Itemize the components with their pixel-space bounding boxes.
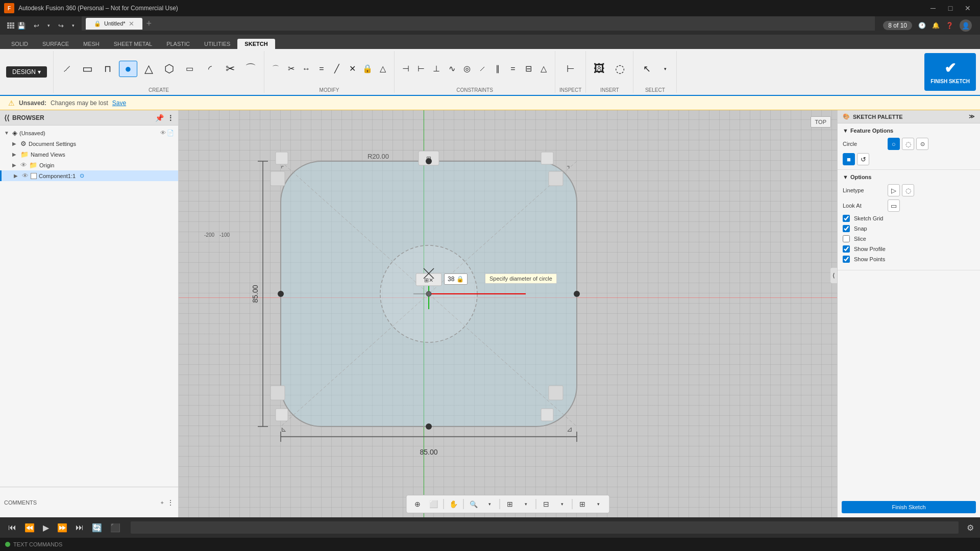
named-views-expand[interactable]: ▶ bbox=[12, 152, 18, 157]
finish-sketch-panel-button[interactable]: Finish Sketch bbox=[842, 501, 976, 513]
rect2-tool-button[interactable]: ▭ bbox=[180, 63, 199, 75]
browser-doc-settings-item[interactable]: ▶ ⚙ Document Settings bbox=[0, 138, 178, 149]
spline-tool-button[interactable]: ⌒ bbox=[241, 61, 260, 77]
user-avatar[interactable]: 👤 bbox=[960, 19, 972, 32]
tab-sketch[interactable]: SKETCH bbox=[237, 39, 275, 49]
modify-fillet[interactable]: ⌒ bbox=[268, 62, 283, 76]
insert-image[interactable]: 🖼 bbox=[590, 61, 608, 77]
feature-options-title[interactable]: ▼ Feature Options bbox=[843, 128, 975, 134]
grid-dropdown[interactable]: ▾ bbox=[556, 497, 569, 511]
notification-bell[interactable]: 🔔 bbox=[932, 22, 940, 29]
tab-utilities[interactable]: UTILITIES bbox=[197, 39, 237, 49]
animation-icon1[interactable]: 🔄 bbox=[90, 522, 104, 534]
close-button[interactable]: ✕ bbox=[960, 1, 976, 15]
modify-trim[interactable]: ✂ bbox=[284, 62, 298, 76]
grid-settings-button[interactable]: ⊟ bbox=[540, 497, 553, 511]
play-button[interactable]: ▶ bbox=[41, 522, 51, 534]
polyline-tool-button[interactable]: ⊓ bbox=[99, 62, 117, 76]
show-points-checkbox[interactable] bbox=[843, 256, 850, 263]
minimize-button[interactable]: ─ bbox=[925, 1, 941, 15]
comments-add-icon[interactable]: + bbox=[161, 499, 164, 506]
rectangle-tool-button[interactable]: ▭ bbox=[78, 61, 96, 77]
trim-tool-button[interactable]: ✂ bbox=[221, 61, 239, 77]
browser-origin-item[interactable]: ▶ 👁 📁 Origin bbox=[0, 160, 178, 170]
tab-surface[interactable]: SURFACE bbox=[35, 39, 76, 49]
root-vis-icon2[interactable]: 📄 bbox=[167, 130, 174, 136]
root-expand-arrow[interactable]: ▼ bbox=[4, 130, 10, 136]
app-grid-button[interactable] bbox=[4, 21, 12, 30]
constraint-tan[interactable]: ∿ bbox=[445, 62, 459, 76]
tab-solid[interactable]: SOLID bbox=[4, 39, 35, 49]
display-dropdown[interactable]: ▾ bbox=[520, 497, 533, 511]
tab-plastic[interactable]: PLASTIC bbox=[159, 39, 197, 49]
circle-2point-icon[interactable]: ◌ bbox=[902, 138, 914, 150]
active-tab[interactable]: 🔒 Untitled* ✕ bbox=[86, 18, 142, 30]
constraint-coin[interactable]: ◎ bbox=[460, 62, 474, 76]
browser-root-item[interactable]: ▼ ◈ (Unsaved) 👁 📄 bbox=[0, 128, 178, 138]
modify-diagonal[interactable]: ╱ bbox=[330, 62, 344, 76]
options-title[interactable]: ▼ Options bbox=[843, 174, 975, 180]
tab-sheet-metal[interactable]: SHEET METAL bbox=[107, 39, 159, 49]
modify-equal[interactable]: = bbox=[314, 62, 329, 76]
browser-named-views-item[interactable]: ▶ 📁 Named Views bbox=[0, 149, 178, 160]
redo-button[interactable]: ↪ bbox=[55, 21, 67, 31]
environment-button[interactable]: ⊞ bbox=[576, 497, 589, 511]
play-first-button[interactable]: ⏮ bbox=[6, 522, 18, 533]
polygon-tool-button[interactable]: △ bbox=[139, 61, 158, 77]
inspect-measure[interactable]: ⊢ bbox=[561, 62, 580, 76]
linetype-construction-icon[interactable]: ◌ bbox=[902, 184, 914, 196]
save-button[interactable]: 💾 bbox=[14, 21, 29, 31]
snap-checkbox[interactable] bbox=[843, 225, 850, 232]
insert-sketch[interactable]: ◌ bbox=[610, 61, 629, 77]
play-last-button[interactable]: ⏭ bbox=[74, 522, 86, 533]
save-link[interactable]: Save bbox=[112, 99, 126, 107]
modify-lock[interactable]: 🔒 bbox=[360, 62, 375, 76]
design-button[interactable]: DESIGN ▾ bbox=[6, 66, 47, 78]
select-dropdown[interactable]: ▾ bbox=[658, 62, 672, 76]
browser-more-icon[interactable]: ⋮ bbox=[167, 114, 174, 122]
constraint-sym[interactable]: ⊟ bbox=[521, 62, 535, 76]
linetype-solid-icon[interactable]: ▷ bbox=[888, 184, 900, 196]
play-prev-button[interactable]: ⏪ bbox=[22, 522, 37, 534]
help-icon[interactable]: ❓ bbox=[946, 22, 953, 29]
pan-button[interactable]: ✋ bbox=[447, 497, 460, 511]
browser-collapse-icon[interactable]: ⟨⟨ bbox=[4, 114, 9, 122]
circle-center-icon[interactable]: ○ bbox=[888, 138, 900, 150]
canvas-area[interactable]: -200 -100 ⊞ 85.00 bbox=[179, 110, 837, 517]
settings-button[interactable]: ⚙ bbox=[967, 523, 974, 533]
root-vis-icon1[interactable]: 👁 bbox=[160, 130, 166, 136]
zoom-button[interactable]: 🔍 bbox=[467, 497, 480, 511]
origin-display-button[interactable]: ⊕ bbox=[411, 497, 424, 511]
display-settings-button[interactable]: ⊞ bbox=[503, 497, 517, 511]
browser-pin-icon[interactable]: 📌 bbox=[155, 114, 164, 122]
comments-collapse-icon[interactable]: ⋮ bbox=[167, 498, 174, 507]
browser-component-item[interactable]: ▶ 👁 Component1:1 ⊙ bbox=[0, 170, 178, 181]
capture-position-button[interactable]: ⬜ bbox=[427, 497, 440, 511]
modify-shape[interactable]: △ bbox=[376, 62, 390, 76]
environment-dropdown[interactable]: ▾ bbox=[592, 497, 605, 511]
zoom-dropdown[interactable]: ▾ bbox=[483, 497, 497, 511]
dimension-input[interactable]: 38 🔒 bbox=[444, 273, 468, 285]
constraint-perp[interactable]: ⊥ bbox=[429, 62, 444, 76]
maximize-button[interactable]: □ bbox=[942, 1, 959, 15]
tab-mesh[interactable]: MESH bbox=[76, 39, 107, 49]
finish-sketch-button[interactable]: ✔ FINISH SKETCH bbox=[924, 53, 976, 91]
redo-dropdown[interactable]: ▾ bbox=[69, 22, 78, 29]
constraint-h[interactable]: ⊣ bbox=[399, 62, 413, 76]
animation-icon2[interactable]: ⬛ bbox=[108, 522, 122, 534]
modify-extend[interactable]: ↔ bbox=[299, 62, 313, 76]
component-target-icon[interactable]: ⊙ bbox=[80, 172, 84, 179]
constraint-fixed[interactable]: △ bbox=[536, 62, 551, 76]
add-tab-button[interactable]: + bbox=[143, 18, 155, 29]
lookat-icon[interactable]: ▭ bbox=[888, 199, 900, 212]
constraint-v[interactable]: ⊢ bbox=[414, 62, 428, 76]
origin-expand[interactable]: ▶ bbox=[12, 162, 18, 168]
slice-checkbox[interactable] bbox=[843, 235, 850, 242]
select-tool[interactable]: ↖ bbox=[638, 62, 656, 76]
timeline-area[interactable] bbox=[131, 521, 959, 534]
circle-3point-icon[interactable]: ⊙ bbox=[916, 138, 928, 150]
circle-refresh-icon[interactable]: ↺ bbox=[857, 153, 869, 165]
undo-dropdown[interactable]: ▾ bbox=[44, 22, 53, 29]
arc-tool-button[interactable]: ◜ bbox=[201, 62, 219, 76]
tab-close-icon[interactable]: ✕ bbox=[129, 20, 134, 28]
